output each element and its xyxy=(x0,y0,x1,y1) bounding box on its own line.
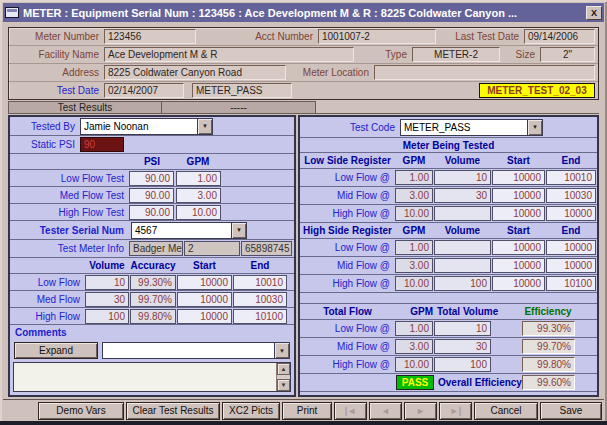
med-flow-start-field[interactable]: 10000 xyxy=(177,292,232,307)
tab-strip: Test Results ----- xyxy=(8,101,599,114)
static-psi-field[interactable]: 90 xyxy=(80,137,124,152)
meter-number-field[interactable]: 123456 xyxy=(104,29,196,44)
low-flow-test-label: Low Flow Test xyxy=(10,173,129,184)
tested-by-dropdown[interactable]: Jamie Noonan ▼ xyxy=(80,118,213,135)
high-side-mid-start-field[interactable]: 10000 xyxy=(492,258,545,273)
test-date-field[interactable]: 02/14/2007 xyxy=(104,83,184,98)
print-button[interactable]: Print xyxy=(282,402,332,420)
start-column-header: Start xyxy=(177,260,232,271)
left-panel: Tested By Jamie Noonan ▼ Static PSI 90 P… xyxy=(8,115,296,397)
tab-blank[interactable]: ----- xyxy=(162,101,316,113)
main-area: Tested By Jamie Noonan ▼ Static PSI 90 P… xyxy=(8,115,599,397)
low-side-high-gpm-field[interactable]: 10.00 xyxy=(395,206,433,221)
low-side-mid-volume-field[interactable]: 30 xyxy=(434,188,491,203)
low-flow-start-field[interactable]: 10000 xyxy=(177,275,232,290)
tester-serial-dropdown[interactable]: 4567 ▼ xyxy=(131,222,247,239)
overall-efficiency-field: 99.60% xyxy=(522,375,575,390)
total-flow-mid-row: Mid Flow @ 3.00 30 99.70% xyxy=(300,338,597,356)
high-side-high-end-field[interactable]: 10100 xyxy=(546,276,596,291)
high-flow-test-label: High Flow Test xyxy=(10,207,129,218)
acct-number-field[interactable]: 1001007-2 xyxy=(318,29,436,44)
dropdown-arrow-icon[interactable]: ▼ xyxy=(527,120,542,135)
high-side-mid-flow-row: Mid Flow @ 3.00 10000 10000 xyxy=(300,257,597,275)
low-side-mid-gpm-field[interactable]: 3.00 xyxy=(395,188,433,203)
tester-serial-row: Tester Serial Num 4567 ▼ xyxy=(10,221,294,240)
first-record-button[interactable]: |◄ xyxy=(334,402,367,420)
high-flow-end-field[interactable]: 10100 xyxy=(233,309,287,324)
scroll-down-icon[interactable]: ▼ xyxy=(277,379,290,391)
high-side-end-header: End xyxy=(546,225,596,236)
meter-being-tested-row: Meter Being Tested xyxy=(300,138,597,153)
high-side-mid-end-field[interactable]: 10000 xyxy=(546,258,596,273)
address-field[interactable]: 8225 Coldwater Canyon Road xyxy=(104,65,286,80)
low-flow-psi-field[interactable]: 90.00 xyxy=(129,171,174,186)
tested-by-row: Tested By Jamie Noonan ▼ xyxy=(10,117,294,136)
comments-dropdown[interactable]: ▼ xyxy=(102,342,290,359)
efficiency-header: Efficiency xyxy=(515,306,581,317)
test-code-dropdown[interactable]: METER_PASS ▼ xyxy=(400,119,543,136)
low-side-start-header: Start xyxy=(492,155,545,166)
next-record-button[interactable]: ► xyxy=(404,402,437,420)
facility-name-field[interactable]: Ace Development M & R xyxy=(104,47,354,62)
med-flow-gpm-field[interactable]: 3.00 xyxy=(176,188,221,203)
high-efficiency-field: 99.80% xyxy=(522,357,575,372)
expand-button[interactable]: Expand xyxy=(14,342,98,359)
high-flow-accuracy-row: High Flow 100 99.80% 10000 10100 xyxy=(10,308,294,325)
scroll-up-icon[interactable]: ▲ xyxy=(277,363,290,375)
high-side-mid-volume-field[interactable] xyxy=(434,258,491,273)
high-side-mid-gpm-field[interactable]: 3.00 xyxy=(395,258,433,273)
high-side-high-gpm-field[interactable]: 10.00 xyxy=(395,276,433,291)
row-label: High Flow @ xyxy=(300,278,395,289)
low-flow-volume-field[interactable]: 10 xyxy=(85,275,129,290)
high-side-high-start-field[interactable]: 10000 xyxy=(492,276,545,291)
high-flow-test-row: High Flow Test 90.00 10.00 xyxy=(10,204,294,221)
xc2-picts-button[interactable]: XC2 Picts xyxy=(222,402,280,420)
low-flow-end-field[interactable]: 10010 xyxy=(233,275,287,290)
low-side-high-flow-row: High Flow @ 10.00 10000 10000 xyxy=(300,205,597,223)
low-side-high-start-field[interactable]: 10000 xyxy=(492,206,545,221)
low-side-mid-end-field[interactable]: 10030 xyxy=(546,188,596,203)
high-side-low-gpm-field[interactable]: 1.00 xyxy=(395,240,433,255)
low-side-low-end-field[interactable]: 10010 xyxy=(546,170,596,185)
clear-test-results-button[interactable]: Clear Test Results xyxy=(126,402,220,420)
high-flow-gpm-field[interactable]: 10.00 xyxy=(176,205,221,220)
cancel-button[interactable]: Cancel xyxy=(474,402,538,420)
high-side-high-volume-field[interactable]: 100 xyxy=(434,276,491,291)
high-side-high-flow-row: High Flow @ 10.00 100 10000 10100 xyxy=(300,275,597,293)
comments-scrollbar[interactable]: ▲ ▼ xyxy=(276,363,290,391)
size-field[interactable]: 2" xyxy=(540,47,595,62)
close-button[interactable]: X xyxy=(586,6,602,20)
total-flow-low-row: Low Flow @ 1.00 10 99.30% xyxy=(300,320,597,338)
med-flow-end-field[interactable]: 10030 xyxy=(233,292,287,307)
dropdown-arrow-icon[interactable]: ▼ xyxy=(197,119,212,134)
high-flow-volume-field[interactable]: 100 xyxy=(85,309,129,324)
dropdown-arrow-icon[interactable]: ▼ xyxy=(274,343,289,358)
low-side-high-end-field[interactable]: 10000 xyxy=(546,206,596,221)
high-flow-start-field[interactable]: 10000 xyxy=(177,309,232,324)
test-meter-size-field: 2 xyxy=(184,241,240,256)
low-side-low-volume-field[interactable]: 10 xyxy=(434,170,491,185)
high-side-low-volume-field[interactable] xyxy=(434,240,491,255)
tab-test-results[interactable]: Test Results xyxy=(8,101,162,113)
high-side-low-start-field[interactable]: 10000 xyxy=(492,240,545,255)
dropdown-arrow-icon[interactable]: ▼ xyxy=(231,223,246,238)
low-side-high-volume-field[interactable] xyxy=(434,206,491,221)
save-button[interactable]: Save xyxy=(540,402,602,420)
low-side-low-gpm-field[interactable]: 1.00 xyxy=(395,170,433,185)
static-psi-label: Static PSI xyxy=(10,139,80,150)
med-flow-volume-field[interactable]: 30 xyxy=(85,292,129,307)
demo-vars-button[interactable]: Demo Vars xyxy=(38,402,124,420)
med-flow-psi-field[interactable]: 90.00 xyxy=(129,188,174,203)
flow-test-header-row: PSI GPM xyxy=(10,154,294,170)
previous-record-button[interactable]: ◄ xyxy=(369,402,402,420)
type-field[interactable]: METER-2 xyxy=(412,47,500,62)
high-flow-psi-field[interactable]: 90.00 xyxy=(129,205,174,220)
low-side-mid-start-field[interactable]: 10000 xyxy=(492,188,545,203)
high-side-low-end-field[interactable]: 10000 xyxy=(546,240,596,255)
comments-textarea[interactable] xyxy=(14,363,276,391)
last-record-button[interactable]: ►| xyxy=(439,402,472,420)
meter-location-field[interactable] xyxy=(374,65,595,80)
low-flow-gpm-field[interactable]: 1.00 xyxy=(176,171,221,186)
row-label: Mid Flow @ xyxy=(300,341,395,352)
low-side-low-start-field[interactable]: 10000 xyxy=(492,170,545,185)
